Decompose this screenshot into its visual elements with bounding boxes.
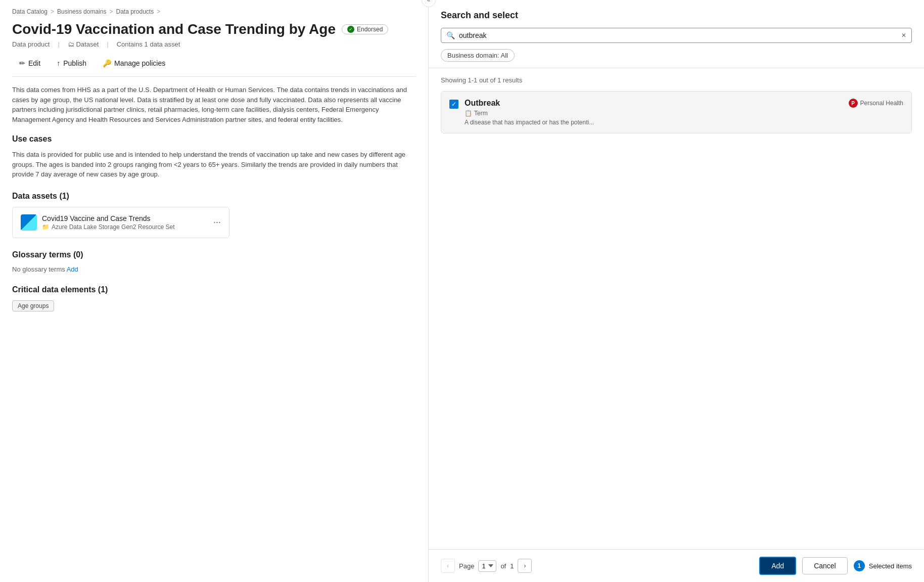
check-icon: ✓	[451, 101, 456, 108]
data-assets-section: Data assets (1) Covid19 Vaccine and Case…	[12, 192, 416, 238]
breadcrumb-item-products[interactable]: Data products	[116, 8, 154, 15]
result-domain: P Personal Health	[849, 99, 903, 108]
result-type: 📋 Term	[465, 110, 903, 117]
page-title: Covid-19 Vaccination and Case Trending b…	[12, 21, 336, 37]
footer-actions: Add Cancel 1 Selected items	[759, 557, 912, 575]
asset-card-left: Covid19 Vaccine and Case Trends 📁 Azure …	[21, 214, 174, 231]
glossary-empty-text: No glossary terms	[12, 265, 65, 273]
next-page-button[interactable]: ›	[518, 559, 532, 573]
result-description: A disease that has impacted or has the p…	[465, 119, 903, 126]
meta-row: Data product | 🗂 Dataset | Contains 1 da…	[12, 40, 416, 48]
glossary-title: Glossary terms (0)	[12, 250, 416, 259]
page-label: Page	[459, 562, 474, 570]
type-label: Term	[474, 110, 488, 117]
manage-policies-icon: 🔑	[103, 59, 111, 67]
cde-tag: Age groups	[12, 300, 54, 311]
of-label: of	[500, 562, 506, 570]
data-assets-title: Data assets (1)	[12, 192, 416, 201]
result-name: Outbreak	[465, 99, 500, 108]
type-icon: 📋	[465, 110, 472, 117]
publish-icon: ↑	[57, 59, 60, 67]
search-box: 🔍 ✕	[441, 28, 912, 43]
panel-title: Search and select	[441, 10, 912, 21]
publish-label: Publish	[63, 59, 86, 67]
page-select[interactable]: 1	[478, 560, 496, 572]
domain-name: Personal Health	[860, 100, 903, 107]
search-icon: 🔍	[446, 31, 455, 39]
result-name-row: Outbreak P Personal Health	[465, 99, 903, 108]
breadcrumb-sep-3: >	[157, 8, 160, 15]
results-count: Showing 1-1 out of 1 results	[441, 76, 912, 84]
asset-icon	[21, 214, 37, 231]
result-card[interactable]: ✓ Outbreak P Personal Health 📋 Term A di…	[441, 91, 912, 133]
glossary-empty: No glossary terms Add	[12, 265, 416, 273]
breadcrumb-sep-2: >	[109, 8, 113, 15]
result-checkbox[interactable]: ✓	[449, 100, 458, 109]
result-info: Outbreak P Personal Health 📋 Term A dise…	[465, 99, 903, 126]
total-pages: 1	[510, 562, 514, 570]
edit-label: Edit	[28, 59, 40, 67]
meta-type: Data product	[12, 40, 50, 48]
endorsed-label: Endorsed	[357, 26, 383, 33]
publish-button[interactable]: ↑ Publish	[50, 56, 94, 70]
meta-sep-1: |	[58, 40, 59, 48]
filter-bar: Business domain: All	[441, 49, 912, 62]
domain-icon: P	[849, 99, 858, 108]
search-clear-button[interactable]: ✕	[901, 32, 906, 39]
asset-info: Covid19 Vaccine and Case Trends 📁 Azure …	[42, 214, 174, 231]
manage-policies-button[interactable]: 🔑 Manage policies	[96, 56, 172, 70]
page-title-row: Covid-19 Vaccination and Case Trending b…	[12, 21, 416, 37]
glossary-add-link[interactable]: Add	[67, 265, 78, 273]
endorsed-badge: ✓ Endorsed	[342, 24, 388, 34]
cde-section: Critical data elements (1) Age groups	[12, 285, 416, 311]
selected-items-badge: 1 Selected items	[854, 560, 912, 571]
meta-dataset: 🗂 Dataset	[68, 40, 99, 48]
breadcrumb-item-domains[interactable]: Business domains	[57, 8, 106, 15]
selected-items-label: Selected items	[869, 562, 912, 570]
asset-menu-button[interactable]: ···	[213, 217, 221, 228]
panel-footer: ‹ Page 1 of 1 › Add Cancel 1 Selected it…	[429, 549, 924, 582]
panel-content: Showing 1-1 out of 1 results ✓ Outbreak …	[429, 68, 924, 549]
add-button[interactable]: Add	[759, 557, 796, 575]
toolbar: ✏ Edit ↑ Publish 🔑 Manage policies	[12, 56, 416, 77]
pagination: ‹ Page 1 of 1 ›	[441, 559, 532, 573]
glossary-section: Glossary terms (0) No glossary terms Add	[12, 250, 416, 273]
asset-type: 📁 Azure Data Lake Storage Gen2 Resource …	[42, 223, 174, 231]
breadcrumb: Data Catalog > Business domains > Data p…	[12, 8, 416, 15]
description-text: This data comes from HHS as a part of th…	[12, 85, 416, 124]
panel-header: Search and select 🔍 ✕ Business domain: A…	[429, 0, 924, 68]
endorsed-icon: ✓	[347, 26, 354, 33]
use-cases-title: Use cases	[12, 135, 416, 144]
manage-policies-label: Manage policies	[114, 59, 165, 67]
meta-sep-2: |	[107, 40, 108, 48]
asset-name: Covid19 Vaccine and Case Trends	[42, 214, 174, 222]
left-panel: Data Catalog > Business domains > Data p…	[0, 0, 429, 582]
asset-card: Covid19 Vaccine and Case Trends 📁 Azure …	[12, 207, 229, 238]
breadcrumb-sep-1: >	[51, 8, 54, 15]
asset-type-label: Azure Data Lake Storage Gen2 Resource Se…	[52, 223, 174, 231]
search-input[interactable]	[459, 31, 897, 39]
breadcrumb-item-catalog[interactable]: Data Catalog	[12, 8, 48, 15]
use-cases-section: Use cases This data is provided for publ…	[12, 135, 416, 180]
edit-icon: ✏	[19, 59, 25, 67]
cde-title: Critical data elements (1)	[12, 285, 416, 294]
selected-count-badge: 1	[854, 560, 865, 571]
asset-type-icon: 📁	[42, 223, 50, 231]
cancel-button[interactable]: Cancel	[802, 557, 848, 574]
right-panel: « Search and select 🔍 ✕ Business domain:…	[429, 0, 924, 582]
filter-business-domain[interactable]: Business domain: All	[441, 49, 515, 62]
prev-page-button[interactable]: ‹	[441, 559, 455, 573]
meta-contains: Contains 1 data asset	[117, 40, 180, 48]
edit-button[interactable]: ✏ Edit	[12, 56, 48, 70]
use-cases-text: This data is provided for public use and…	[12, 150, 416, 180]
